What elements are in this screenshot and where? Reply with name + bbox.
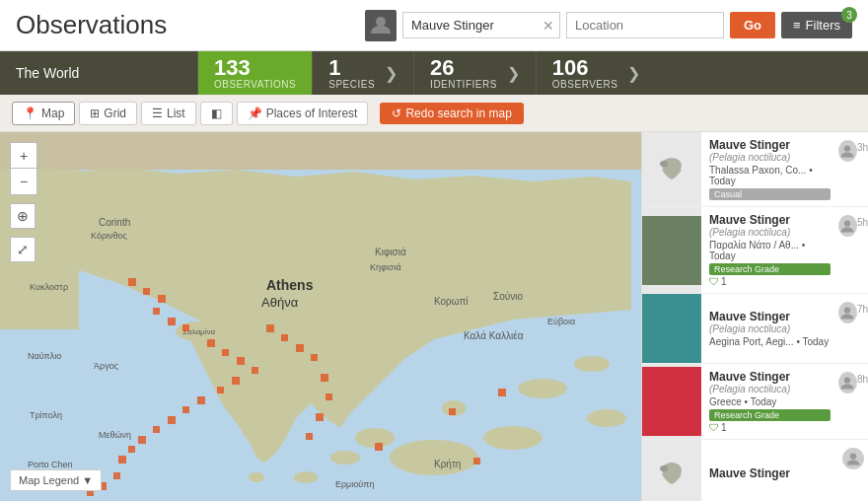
obs-thumbnail xyxy=(642,440,701,501)
obs-user-avatar: 7h xyxy=(838,294,868,363)
list-item[interactable]: Mauve Stinger (Pelagia noctiluca) Greece… xyxy=(642,364,868,440)
obs-location: Aegina Port, Aegi... • Today xyxy=(709,336,831,347)
svg-rect-36 xyxy=(158,295,166,303)
grade-badge: Research Grade xyxy=(709,263,831,275)
svg-text:Corinth: Corinth xyxy=(99,217,130,228)
obs-thumbnail xyxy=(642,132,701,206)
svg-rect-13 xyxy=(0,132,641,170)
obs-user-avatar: 8h xyxy=(838,364,868,439)
search-input[interactable] xyxy=(402,12,560,38)
obs-thumbnail xyxy=(642,207,701,293)
search-clear-icon[interactable]: ✕ xyxy=(542,18,554,34)
identifiers-stat[interactable]: 26 IDENTIFIERS ❯ xyxy=(413,51,536,95)
identifiers-count: 26 xyxy=(430,57,497,79)
species-arrow-icon: ❯ xyxy=(385,64,398,83)
id-badge: 🛡 1 xyxy=(709,276,831,287)
locate-button[interactable]: ⊕ xyxy=(10,203,36,229)
filters-badge: 3 xyxy=(841,7,857,23)
svg-text:Κορωπί: Κορωπί xyxy=(434,296,469,307)
observations-label: OBSERVATIONS xyxy=(214,79,296,90)
svg-rect-61 xyxy=(326,394,332,400)
svg-rect-59 xyxy=(311,354,318,361)
svg-rect-47 xyxy=(182,406,189,413)
map-legend-button[interactable]: Map Legend ▼ xyxy=(10,469,102,491)
svg-point-69 xyxy=(660,161,668,167)
list-view-button[interactable]: ☰ List xyxy=(141,102,196,125)
species-label: SPECIES xyxy=(328,79,375,90)
svg-rect-52 xyxy=(118,456,126,464)
avatar-circle xyxy=(838,302,857,323)
redo-search-button[interactable]: ↺ Redo search in map xyxy=(380,103,523,124)
go-button[interactable]: Go xyxy=(730,12,775,38)
svg-rect-40 xyxy=(207,339,215,347)
id-badge: 🛡 1 xyxy=(709,422,831,433)
observations-count: 133 xyxy=(214,57,296,79)
observers-count: 106 xyxy=(552,57,618,79)
map-area[interactable]: Athens Αθήνα Corinth Κόρινθος Κιφισιά Κη… xyxy=(0,132,641,501)
avatar-circle xyxy=(842,448,864,469)
obs-location: Παραλία Νάτο / Αθ... • Today xyxy=(709,240,831,261)
obs-info: Mauve Stinger (Pelagia noctiluca) Thalas… xyxy=(701,132,838,206)
page-title: Observations xyxy=(16,10,167,40)
grade-badge: Research Grade xyxy=(709,409,831,421)
map-view-button[interactable]: 📍 Map xyxy=(12,102,75,125)
fullscreen-button[interactable]: ⤢ xyxy=(10,237,36,262)
svg-text:Athens: Athens xyxy=(266,277,314,293)
svg-rect-56 xyxy=(266,324,274,332)
svg-text:Ερμιούπη: Ερμιούπη xyxy=(335,479,374,489)
avatar-circle xyxy=(838,215,857,237)
header: Observations ✕ Go ≡ Filters 3 xyxy=(0,0,868,51)
svg-rect-43 xyxy=(252,367,258,374)
observers-stat[interactable]: 106 OBSERVERS ❯ xyxy=(536,51,657,95)
svg-rect-39 xyxy=(182,324,189,331)
observations-stat[interactable]: 133 OBSERVATIONS xyxy=(197,51,312,95)
svg-rect-44 xyxy=(232,377,240,385)
species-count: 1 xyxy=(328,57,375,79)
obs-sci-name: (Pelagia noctiluca) xyxy=(709,227,831,238)
svg-point-76 xyxy=(850,453,856,459)
species-stat[interactable]: 1 SPECIES ❯ xyxy=(312,51,413,95)
obs-thumbnail xyxy=(642,294,701,363)
svg-rect-64 xyxy=(375,443,383,451)
observations-list: Mauve Stinger (Pelagia noctiluca) Thalas… xyxy=(641,132,868,501)
location-input[interactable] xyxy=(566,12,724,38)
svg-point-7 xyxy=(294,471,318,483)
obs-info: Mauve Stinger (Pelagia noctiluca) Παραλί… xyxy=(701,207,838,293)
redo-icon: ↺ xyxy=(392,107,401,120)
zoom-out-button[interactable]: − xyxy=(11,169,36,194)
stats-bar: The World 133 OBSERVATIONS 1 SPECIES ❯ 2… xyxy=(0,51,868,95)
layers-button[interactable]: ◧ xyxy=(200,102,233,125)
filters-button[interactable]: ≡ Filters 3 xyxy=(781,12,852,38)
obs-name: Mauve Stinger xyxy=(709,466,831,480)
list-item[interactable]: Mauve Stinger xyxy=(642,440,868,501)
identifiers-label: IDENTIFIERS xyxy=(430,79,497,90)
observers-arrow-icon: ❯ xyxy=(627,64,640,83)
svg-text:Κρήτη: Κρήτη xyxy=(434,459,461,469)
observers-label: OBSERVERS xyxy=(552,79,618,90)
zoom-in-button[interactable]: + xyxy=(11,143,36,169)
grid-view-button[interactable]: ⊞ Grid xyxy=(79,102,137,125)
svg-point-3 xyxy=(483,426,542,450)
obs-info: Mauve Stinger (Pelagia noctiluca) Aegina… xyxy=(701,294,838,363)
obs-user-avatar: 3h xyxy=(838,132,868,206)
places-button[interactable]: 📌 Places of Interest xyxy=(237,102,369,125)
svg-text:Αθήνα: Αθήνα xyxy=(261,295,299,310)
svg-text:Καλά Καλλιέα: Καλά Καλλιέα xyxy=(464,330,524,341)
svg-text:Σούνιο: Σούνιο xyxy=(493,291,523,302)
obs-info: Mauve Stinger xyxy=(701,440,838,501)
svg-point-72 xyxy=(844,307,850,313)
obs-user-avatar: 5h xyxy=(838,207,868,293)
svg-rect-57 xyxy=(281,334,288,341)
map-controls: + − ⊕ ⤢ xyxy=(10,142,37,262)
list-icon: ☰ xyxy=(152,107,163,120)
svg-point-71 xyxy=(844,220,850,226)
svg-text:Μεθώνη: Μεθώνη xyxy=(99,430,131,440)
svg-text:Εύβοια: Εύβοια xyxy=(547,317,575,326)
list-item[interactable]: Mauve Stinger (Pelagia noctiluca) Παραλί… xyxy=(642,207,868,294)
list-item[interactable]: Mauve Stinger (Pelagia noctiluca) Aegina… xyxy=(642,294,868,364)
list-item[interactable]: Mauve Stinger (Pelagia noctiluca) Thalas… xyxy=(642,132,868,207)
svg-rect-53 xyxy=(113,472,120,479)
svg-point-6 xyxy=(330,451,360,465)
svg-rect-65 xyxy=(449,408,456,415)
search-area: ✕ Go ≡ Filters 3 xyxy=(365,10,852,41)
